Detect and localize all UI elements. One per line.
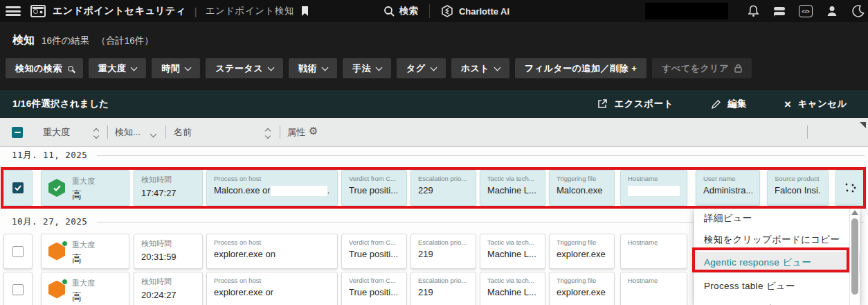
search-icon [68,66,73,71]
search-label: 検索 [399,5,418,17]
redacted-account-box [645,3,728,19]
gear-icon[interactable]: ⚙ [309,125,318,137]
row-actions-button[interactable] [835,170,866,206]
user-profile-icon[interactable] [825,4,839,18]
column-severity[interactable]: 重大度 [43,126,70,139]
cell-user-name: User nameAdministra... [696,170,760,206]
menu-scrollbar[interactable] [849,207,859,305]
hamburger-menu-icon[interactable] [6,6,21,16]
chevron-down-icon [268,64,275,71]
chevron-down-icon [494,64,501,71]
cell-source-product: Source productFalcon Insi... [767,170,829,206]
close-icon: × [784,98,791,110]
divider: | [195,6,197,17]
menu-item-detail-view[interactable]: 詳細ビュー [694,207,860,229]
table-row[interactable]: 重大度高 検知時間 17:47:27 Process on host Malco… [3,170,866,206]
app-icon[interactable] [30,5,46,17]
detection-search-button[interactable]: 検知の検索 [6,58,83,78]
filter-time[interactable]: 時間 [152,58,200,78]
row-checkbox[interactable] [12,284,24,295]
cell-escalation-priority: Escalation prio...219 [410,234,476,269]
row-checkbox[interactable] [12,246,24,257]
api-code-icon[interactable]: </> [799,4,813,18]
chevron-down-icon[interactable] [151,128,156,139]
chevron-down-icon [376,64,383,71]
pencil-icon [711,99,721,110]
severity-new-icon [48,243,65,261]
cell-verdict: Verdict from C...True positi... [341,170,407,206]
filter-severity[interactable]: 重大度 [89,58,147,78]
column-attributes: 属性 [287,126,305,139]
cell-triggering-file: Triggering fileMalcon.exe [549,170,615,206]
check-icon [15,185,21,191]
chevron-down-icon [185,64,192,71]
redacted-text [273,288,327,298]
filter-host[interactable]: ホスト [451,58,509,78]
redacted-text [271,186,327,196]
notifications-bell-icon[interactable] [746,4,760,18]
add-remove-filter-button[interactable]: フィルターの追加／削除 + [515,58,647,78]
filter-status[interactable]: ステータス [206,58,283,78]
edit-button[interactable]: 編集 [711,98,747,110]
cell-severity: 重大度高 [41,234,129,269]
table-row[interactable]: 重大度高 検知時間 20:24:27 Process on host explo… [3,272,696,305]
breadcrumb[interactable]: エンドポイント検知 [206,5,294,17]
filter-bar: 検知の検索 重大度 時間 ステータス 戦術 手法 タグ ホスト フィルターの追加… [6,58,752,78]
app-title: エンドポイントセキュリティ [53,5,186,17]
dark-mode-moon-icon[interactable] [851,4,865,18]
cell-escalation-priority: Escalation prio...219 [410,272,476,305]
filter-technique[interactable]: 手法 [343,58,391,78]
cell-hostname: Hostname [620,272,687,305]
cell-detect-time: 検知時間 20:24:27 [134,272,203,305]
cancel-button[interactable]: × キャンセル [784,98,847,110]
table-row[interactable]: 重大度高 検知時間 20:31:59 Process on host explo… [3,234,696,269]
menu-item-process-tree-view[interactable]: Process tree ビュー [694,298,860,305]
column-name[interactable]: 名前 [174,126,192,139]
cell-triggering-file: Triggering fileexplorer.exe [549,234,615,269]
lock-icon [734,64,742,73]
cell-process-on-host: Process on host explorer.exe on. [206,234,338,269]
result-count: 16件の結果 [42,35,89,47]
scroll-corner-icon[interactable] [860,122,866,128]
cell-hostname: Hostname [620,234,687,269]
messages-icon[interactable] [772,4,786,18]
chevron-down-icon [430,64,437,71]
column-detection[interactable]: 検知... [115,126,141,139]
export-button[interactable]: エクスポート [597,98,673,110]
row-checkbox[interactable] [12,182,24,193]
row-context-menu: 詳細ビュー 検知をクリップボードにコピー Agentic response ビュ… [694,207,860,305]
charlotte-ai-label: Charlotte AI [459,6,509,17]
select-all-checkbox[interactable] [12,127,23,138]
cell-severity: 重大度高 [41,170,129,206]
menu-item-process-table-view[interactable]: Process table ビュー [694,275,860,297]
cell-hostname: Hostname [620,170,687,206]
bookmark-icon[interactable] [301,6,309,17]
cell-detect-time: 検知時間 20:31:59 [134,234,203,269]
selection-action-bar: 1/16件選択されました エクスポート 編集 × キャンセル [0,90,868,118]
scrollbar-thumb[interactable] [851,218,858,295]
sort-icon[interactable] [94,128,98,138]
cell-process-on-host: Process on host Malcon.exe or. [206,170,338,206]
cell-verdict: Verdict from C...True positi... [341,272,407,305]
cell-escalation-priority: Escalation prio...229 [410,170,476,206]
total-count: （合計16件） [96,35,154,47]
row-checkbox-cell [3,170,33,206]
charlotte-ai-button[interactable]: Charlotte AI [441,5,509,17]
redacted-text [275,250,329,260]
export-icon [597,98,608,110]
cell-tactic: Tactic via tech...Machine L... [480,170,545,206]
menu-item-agentic-response-view[interactable]: Agentic response ビュー [694,252,860,273]
cell-process-on-host: Process on host explorer.exe or [206,272,338,305]
cell-triggering-file: Triggering fileexplorer.exe [549,272,615,305]
menu-item-copy-to-clipboard[interactable]: 検知をクリップボードにコピー [694,229,860,250]
scroll-up-icon[interactable] [851,210,858,215]
clear-all-button[interactable]: すべてをクリア [652,58,752,78]
sort-icon[interactable] [266,128,270,138]
chevron-down-icon [322,64,329,71]
chevron-down-icon [131,64,138,71]
divider [429,4,430,18]
filter-tactic[interactable]: 戦術 [289,58,337,78]
cell-severity: 重大度高 [41,272,129,305]
global-search-button[interactable]: 検索 [383,5,418,17]
filter-tag[interactable]: タグ [397,58,446,78]
